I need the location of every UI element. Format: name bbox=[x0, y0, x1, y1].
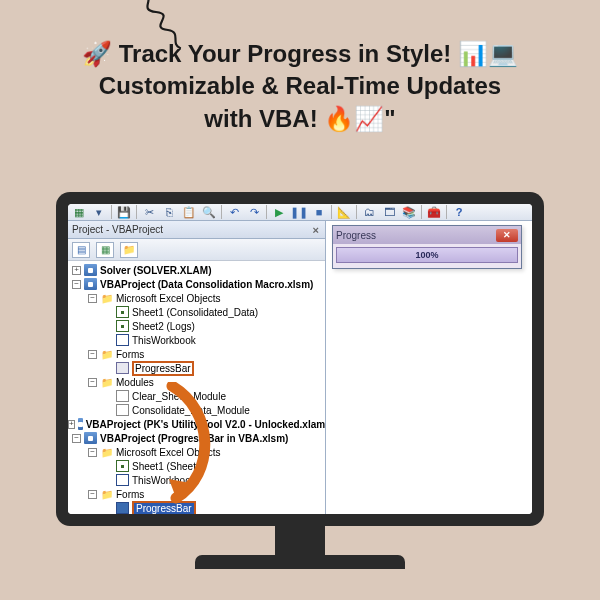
paste-icon[interactable]: 📋 bbox=[180, 204, 198, 220]
proj-icon bbox=[84, 264, 97, 276]
tree-node[interactable]: ThisWorkbook bbox=[68, 473, 325, 487]
tree-node-label: Microsoft Excel Objects bbox=[116, 293, 220, 304]
toggle-folders-icon[interactable]: 📁 bbox=[120, 242, 138, 258]
tree-node[interactable]: ThisWorkbook bbox=[68, 333, 325, 347]
redo-icon[interactable]: ↷ bbox=[245, 204, 263, 220]
close-icon[interactable]: ✕ bbox=[496, 229, 518, 242]
collapse-icon[interactable]: − bbox=[88, 350, 97, 359]
code-pane: Progress ✕ 100% bbox=[326, 221, 532, 514]
collapse-icon[interactable]: − bbox=[88, 448, 97, 457]
view-code-icon[interactable]: ▤ bbox=[72, 242, 90, 258]
tree-node-label: Clear_Sheet_Module bbox=[132, 391, 226, 402]
progress-dialog: Progress ✕ 100% bbox=[332, 225, 522, 269]
tree-node-label: ProgressBar bbox=[132, 361, 194, 376]
collapse-icon[interactable]: − bbox=[88, 490, 97, 499]
tree-node[interactable]: −📁Forms bbox=[68, 347, 325, 361]
collapse-icon[interactable]: − bbox=[72, 434, 81, 443]
project-panel-titlebar: Project - VBAProject × bbox=[68, 221, 325, 239]
tree-node-label: Consolidate_Data_Module bbox=[132, 405, 250, 416]
sheet-icon bbox=[116, 460, 129, 472]
copy-icon[interactable]: ⎘ bbox=[160, 204, 178, 220]
help-icon[interactable]: ? bbox=[450, 204, 468, 220]
form-b-icon bbox=[116, 502, 129, 514]
project-explorer-panel: Project - VBAProject × ▤ ▦ 📁 +Solver (SO… bbox=[68, 221, 326, 514]
project-panel-title: Project - VBAProject bbox=[72, 224, 163, 235]
object-browser-icon[interactable]: 📚 bbox=[400, 204, 418, 220]
collapse-icon[interactable]: − bbox=[88, 294, 97, 303]
undo-icon[interactable]: ↶ bbox=[225, 204, 243, 220]
tree-node[interactable]: ProgressBar bbox=[68, 501, 325, 514]
view-excel-icon[interactable]: ▦ bbox=[70, 204, 88, 220]
tree-node-label: Forms bbox=[116, 349, 144, 360]
tree-node[interactable]: −📁Forms bbox=[68, 487, 325, 501]
project-explorer-icon[interactable]: 🗂 bbox=[360, 204, 378, 220]
vba-editor-window: ▦ ▾ 💾 ✂ ⎘ 📋 🔍 ↶ ↷ ▶ ❚❚ ■ 📐 🗂 🗔 📚 🧰 bbox=[68, 204, 532, 514]
tree-node-label: Modules bbox=[116, 377, 154, 388]
tree-node-label: Solver (SOLVER.XLAM) bbox=[100, 265, 212, 276]
save-icon[interactable]: 💾 bbox=[115, 204, 133, 220]
project-view-buttons: ▤ ▦ 📁 bbox=[68, 239, 325, 261]
tree-node[interactable]: −VBAProject (Data Consolidation Macro.xl… bbox=[68, 277, 325, 291]
tree-node-label: Sheet1 (Sheet1) bbox=[132, 461, 205, 472]
tree-node[interactable]: +VBAProject (PK's Utility Tool V2.0 - Un… bbox=[68, 417, 325, 431]
tree-node-label: VBAProject (Progress Bar in VBA.xlsm) bbox=[100, 433, 288, 444]
tree-node[interactable]: Sheet2 (Logs) bbox=[68, 319, 325, 333]
monitor-foot bbox=[195, 555, 405, 569]
tree-node[interactable]: Clear_Sheet_Module bbox=[68, 389, 325, 403]
progress-percent: 100% bbox=[415, 250, 438, 260]
tree-node[interactable]: −VBAProject (Progress Bar in VBA.xlsm) bbox=[68, 431, 325, 445]
fold-icon: 📁 bbox=[100, 348, 113, 360]
tree-node-label: Microsoft Excel Objects bbox=[116, 447, 220, 458]
monitor-stand bbox=[275, 520, 325, 560]
find-icon[interactable]: 🔍 bbox=[200, 204, 218, 220]
vba-toolbar: ▦ ▾ 💾 ✂ ⎘ 📋 🔍 ↶ ↷ ▶ ❚❚ ■ 📐 🗂 🗔 📚 🧰 bbox=[68, 204, 532, 221]
mod-icon bbox=[116, 390, 129, 402]
tree-node-label: ThisWorkbook bbox=[132, 335, 196, 346]
progress-bar: 100% bbox=[336, 247, 518, 263]
tree-node-label: VBAProject (Data Consolidation Macro.xls… bbox=[100, 279, 313, 290]
headline: 🚀 Track Your Progress in Style! 📊💻 Custo… bbox=[0, 0, 600, 143]
wb-icon bbox=[116, 474, 129, 486]
tree-node[interactable]: −📁Microsoft Excel Objects bbox=[68, 445, 325, 459]
design-mode-icon[interactable]: 📐 bbox=[335, 204, 353, 220]
fold-icon: 📁 bbox=[100, 292, 113, 304]
tree-node[interactable]: Sheet1 (Consolidated_Data) bbox=[68, 305, 325, 319]
collapse-icon[interactable]: − bbox=[88, 378, 97, 387]
tree-node-label: ProgressBar bbox=[132, 501, 196, 515]
tree-node-label: Forms bbox=[116, 489, 144, 500]
tree-node[interactable]: Consolidate_Data_Module bbox=[68, 403, 325, 417]
tree-node[interactable]: −📁Microsoft Excel Objects bbox=[68, 291, 325, 305]
toolbox-icon[interactable]: 🧰 bbox=[425, 204, 443, 220]
mod-icon bbox=[116, 404, 129, 416]
tree-node-label: VBAProject (PK's Utility Tool V2.0 - Unl… bbox=[86, 419, 325, 430]
fold-icon: 📁 bbox=[100, 376, 113, 388]
project-tree[interactable]: +Solver (SOLVER.XLAM)−VBAProject (Data C… bbox=[68, 261, 325, 514]
tree-node[interactable]: +Solver (SOLVER.XLAM) bbox=[68, 263, 325, 277]
expand-icon[interactable]: + bbox=[72, 266, 81, 275]
wb-icon bbox=[116, 334, 129, 346]
progress-dialog-title: Progress bbox=[336, 230, 376, 241]
break-icon[interactable]: ❚❚ bbox=[290, 204, 308, 220]
tree-node[interactable]: ProgressBar bbox=[68, 361, 325, 375]
chart-laptop-icon: 📊💻 bbox=[451, 40, 518, 67]
monitor-frame: ▦ ▾ 💾 ✂ ⎘ 📋 🔍 ↶ ↷ ▶ ❚❚ ■ 📐 🗂 🗔 📚 🧰 bbox=[56, 192, 544, 526]
squiggle-decoration bbox=[130, 0, 190, 50]
view-object-icon[interactable]: ▦ bbox=[96, 242, 114, 258]
expand-icon[interactable]: + bbox=[68, 420, 75, 429]
dropdown-icon[interactable]: ▾ bbox=[90, 204, 108, 220]
close-icon[interactable]: × bbox=[311, 224, 321, 236]
collapse-icon[interactable]: − bbox=[72, 280, 81, 289]
tree-node[interactable]: Sheet1 (Sheet1) bbox=[68, 459, 325, 473]
proj-icon bbox=[84, 278, 97, 290]
proj-icon bbox=[84, 432, 97, 444]
progress-dialog-titlebar[interactable]: Progress ✕ bbox=[333, 226, 521, 244]
cut-icon[interactable]: ✂ bbox=[140, 204, 158, 220]
tree-node-label: ThisWorkbook bbox=[132, 475, 196, 486]
sheet-icon bbox=[116, 306, 129, 318]
tree-node-label: Sheet2 (Logs) bbox=[132, 321, 195, 332]
run-icon[interactable]: ▶ bbox=[270, 204, 288, 220]
tree-node[interactable]: −📁Modules bbox=[68, 375, 325, 389]
fold-icon: 📁 bbox=[100, 446, 113, 458]
properties-icon[interactable]: 🗔 bbox=[380, 204, 398, 220]
reset-icon[interactable]: ■ bbox=[310, 204, 328, 220]
